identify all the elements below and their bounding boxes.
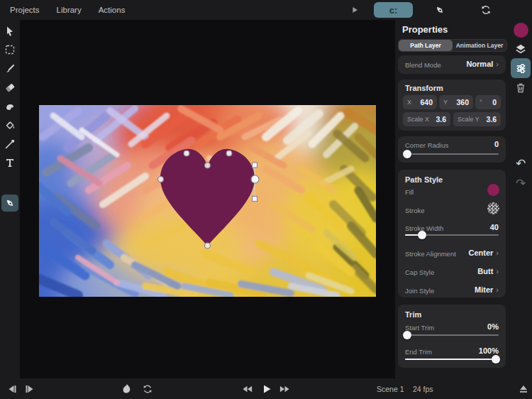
fill-color-swatch[interactable] [487,184,499,196]
tool-text[interactable] [1,154,18,171]
color-swatch [514,23,528,38]
cap-style-label: Cap Style [405,268,434,276]
stroke-color-swatch[interactable] [487,202,499,214]
fast-forward-icon [279,383,291,395]
join-style-value[interactable]: Miter› [475,285,499,294]
artboard[interactable] [39,105,376,297]
scale-y-field[interactable]: Scale Y 3.6 [453,112,501,126]
anchor-point[interactable] [184,151,189,156]
slider-thumb[interactable] [418,231,426,239]
stroke-alignment-label: Stroke Alignment [405,250,456,258]
app-logo-icon: c: [389,5,398,16]
play-icon [261,383,272,395]
y-field[interactable]: Y 360 [439,95,473,109]
preview-play-button[interactable] [348,4,361,16]
tool-fill[interactable] [1,117,18,134]
stroke-alignment-value[interactable]: Center› [468,248,499,257]
brush-icon [4,63,16,75]
tool-marquee[interactable] [1,41,18,58]
eject-icon [518,383,529,395]
anchor-point[interactable] [226,151,232,156]
previous-frame-icon [6,383,18,395]
tool-smudge[interactable] [1,98,18,115]
slider-thumb[interactable] [492,355,500,364]
anchor-point[interactable] [205,243,211,248]
tab-path-layer[interactable]: Path Layer [399,40,453,51]
scale-x-field[interactable]: Scale X 3.6 [403,112,450,126]
stroke-width-slider[interactable] [405,231,499,239]
bezier-control-handle[interactable] [253,163,257,168]
corner-radius-label: Corner Radius [405,141,448,149]
redo-icon: ↷ [516,177,526,190]
rewind-button[interactable] [241,383,253,395]
play-button[interactable] [260,383,272,395]
bezier-control-handle[interactable] [253,197,257,202]
chevron-right-icon: › [496,285,499,294]
cap-style-value[interactable]: Butt› [477,267,499,275]
tool-eraser[interactable] [1,79,18,96]
slider-thumb[interactable] [403,150,411,158]
trim-title: Trim [405,310,421,319]
join-style-label: Join Style [405,287,434,295]
layers-icon [514,43,527,55]
pen-nib-icon [4,197,16,209]
chevron-right-icon: › [496,60,499,68]
path-style-card: Path Style Fill Stroke Stroke Width 40 S… [398,170,506,297]
expand-timeline-button[interactable] [517,383,529,395]
side-icon-strip: ↶ ↷ [509,20,532,378]
onion-skin-button[interactable] [121,383,133,395]
fps-label[interactable]: 24 fps [413,385,433,393]
corner-radius-card: Corner Radius 0 [398,136,506,163]
end-trim-slider[interactable] [405,355,499,364]
eyedropper-icon [4,138,16,150]
rewind-icon [241,383,253,395]
menu-library[interactable]: Library [57,6,82,14]
top-bar: Projects Library Actions c: [0,0,532,20]
current-color-button[interactable] [511,20,531,40]
rotation-field[interactable]: ° 0 [475,95,501,109]
trash-icon [515,82,526,94]
play-icon [350,5,360,15]
previous-frame-button[interactable] [6,383,18,395]
anchor-point[interactable] [205,163,211,168]
sync-button[interactable] [480,4,492,16]
tool-pen[interactable] [1,195,18,212]
fast-forward-button[interactable] [279,383,291,395]
layers-button[interactable] [511,39,531,59]
slider-thumb[interactable] [403,331,411,339]
start-trim-slider[interactable] [405,331,499,339]
menubar: Projects Library Actions [10,0,125,20]
corner-radius-slider[interactable] [405,150,499,158]
text-icon [4,157,16,168]
tool-sidebar [0,20,20,378]
undo-button[interactable]: ↶ [511,153,531,173]
tab-animation-layer[interactable]: Animation Layer [453,40,506,51]
sliders-icon [515,62,527,75]
selected-anchor-point[interactable] [251,175,259,183]
x-field[interactable]: X 640 [403,95,437,109]
end-trim-value: 100% [479,346,499,355]
smudge-icon [4,101,16,112]
menu-actions[interactable]: Actions [99,6,126,14]
stroke-label: Stroke [405,207,424,214]
onion-skin-icon [121,383,133,395]
loop-button[interactable] [141,383,153,395]
undo-icon: ↶ [516,158,526,170]
tool-brush[interactable] [1,60,18,77]
anchor-point[interactable] [158,177,164,182]
animation-mode-button[interactable]: c: [374,2,413,18]
transform-title: Transform [405,84,443,92]
menu-projects[interactable]: Projects [10,6,40,14]
scene-label[interactable]: Scene 1 [377,385,404,393]
draw-mode-button[interactable] [433,4,446,16]
next-frame-button[interactable] [23,383,35,395]
tool-eyedropper[interactable] [1,136,18,153]
blend-mode-value[interactable]: Normal› [466,60,499,68]
delete-button[interactable] [511,78,531,98]
start-trim-value: 0% [487,322,499,331]
redo-button[interactable]: ↷ [511,173,531,193]
transform-card: Transform X 640 Y 360 ° 0 Scale X 3.6 Sc… [398,80,506,131]
pen-icon [434,4,445,16]
properties-button[interactable] [511,58,531,78]
tool-select[interactable] [1,23,18,40]
